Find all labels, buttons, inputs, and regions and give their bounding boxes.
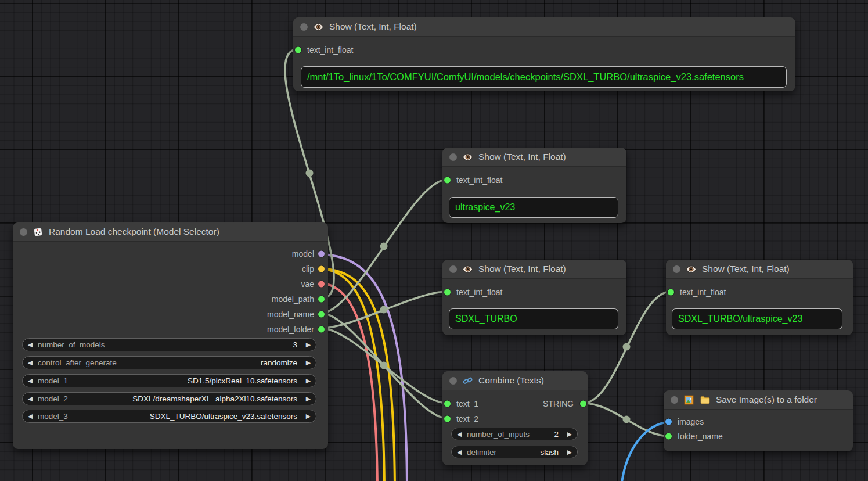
node-random-loader[interactable]: Random Load checkpoint (Model Selector) … [13,222,328,449]
widget-value[interactable]: SDXL/dreamshaperXL_alpha2Xl10.safetensor… [68,394,301,403]
slot-label: model [292,249,314,259]
increment-arrow-icon[interactable]: ▶ [301,359,316,367]
input-slot-folder-name[interactable]: folder_name [664,429,853,443]
input-slot-text-int-float[interactable]: text_int_float [293,42,795,58]
eye-icon [462,152,473,163]
input-slot-text-int-float[interactable]: text_int_float [442,173,626,188]
node-show-path[interactable]: Show (Text, Int, Float) text_int_float /… [293,17,795,91]
output-dot[interactable] [318,326,325,333]
node-show-combined[interactable]: Show (Text, Int, Float) text_int_float S… [666,260,853,335]
node-show-folder-header[interactable]: Show (Text, Int, Float) [442,260,626,279]
widget-value[interactable]: 2 [530,430,562,439]
node-random-loader-header[interactable]: Random Load checkpoint (Model Selector) [13,222,328,242]
wire-string-folder-name [583,403,671,436]
collapse-dot[interactable] [20,228,27,236]
framed-picture-icon [683,394,694,405]
increment-arrow-icon[interactable]: ▶ [301,395,316,403]
widget-label: model_3 [38,412,68,421]
output-dot[interactable] [318,251,325,257]
slot-label: vae [301,279,314,289]
output-dot[interactable] [318,266,325,272]
decrement-arrow-icon[interactable]: ◀ [23,412,38,420]
slot-label: text_int_float [293,45,353,55]
input-slot-text-2[interactable]: text_2 [442,411,588,426]
increment-arrow-icon[interactable]: ▶ [301,341,316,349]
input-dot[interactable] [444,289,451,296]
decrement-arrow-icon[interactable]: ◀ [452,448,467,456]
output-slot-clip[interactable]: clip [13,261,328,277]
widget-model-1[interactable]: ◀ model_1 SD1.5/picxReal_10.safetensors … [22,374,316,387]
node-show-combined-header[interactable]: Show (Text, Int, Float) [666,260,853,279]
widget-value[interactable]: randomize [117,358,301,367]
widget-value[interactable]: SDXL_TURBO/ultraspice_v23.safetensors [68,412,301,421]
output-dot[interactable] [580,401,586,407]
show-value-box[interactable]: SDXL_TURBO [449,308,618,329]
output-slot-model[interactable]: model [13,246,328,261]
decrement-arrow-icon[interactable]: ◀ [23,377,38,385]
node-show-name[interactable]: Show (Text, Int, Float) text_int_float u… [442,148,626,223]
increment-arrow-icon[interactable]: ▶ [301,412,316,420]
input-dot[interactable] [295,47,301,53]
collapse-dot[interactable] [300,23,308,31]
node-show-folder[interactable]: Show (Text, Int, Float) text_int_float S… [442,260,626,335]
widget-label: delimiter [467,448,496,457]
node-graph-canvas[interactable]: Show (Text, Int, Float) text_int_float /… [0,0,868,481]
input-slot-images[interactable]: images [664,415,853,429]
output-slot-vae[interactable]: vae [13,277,328,292]
output-slot-model-path[interactable]: model_path [13,292,328,307]
output-slot-model-name[interactable]: model_name [13,307,328,322]
node-title: Combine (Texts) [478,375,544,386]
output-dot[interactable] [318,296,325,303]
node-title: Show (Text, Int, Float) [329,21,417,32]
collapse-dot[interactable] [449,265,457,273]
node-combine-texts-header[interactable]: Combine (Texts) [442,371,588,390]
node-show-name-header[interactable]: Show (Text, Int, Float) [442,148,626,167]
output-dot[interactable] [318,281,325,288]
collapse-dot[interactable] [449,153,457,161]
collapse-dot[interactable] [449,377,457,385]
decrement-arrow-icon[interactable]: ◀ [452,430,467,438]
widget-number-of-models[interactable]: ◀ number_of_models 3 ▶ [22,338,316,351]
decrement-arrow-icon[interactable]: ◀ [23,395,38,403]
widget-delimiter[interactable]: ◀ delimiter slash ▶ [451,446,578,458]
input-dot[interactable] [444,401,451,407]
show-value-box[interactable]: SDXL_TURBO/ultraspice_v23 [672,308,842,329]
collapse-dot[interactable] [673,265,680,273]
node-show-path-header[interactable]: Show (Text, Int, Float) [293,17,795,37]
collapse-dot[interactable] [671,396,678,404]
widget-control-after-generate[interactable]: ◀ control_after_generate randomize ▶ [22,356,316,369]
increment-arrow-icon[interactable]: ▶ [562,430,577,438]
node-save-images-header[interactable]: Save Image(s) to a folder [664,390,853,410]
output-slot-model-folder[interactable]: model_folder [13,322,328,337]
widget-number-of-inputs[interactable]: ◀ number_of_inputs 2 ▶ [451,428,578,440]
widget-model-2[interactable]: ◀ model_2 SDXL/dreamshaperXL_alpha2Xl10.… [22,392,316,405]
input-dot[interactable] [444,416,451,422]
increment-arrow-icon[interactable]: ▶ [562,448,577,456]
input-dot[interactable] [444,177,451,184]
wire-model [321,254,407,481]
input-slot-text-1[interactable]: text_1 STRING [442,396,588,411]
input-slot-text-int-float[interactable]: text_int_float [666,285,853,300]
node-combine-texts[interactable]: Combine (Texts) text_1 STRING text_2 ◀ n… [442,371,588,465]
link-icon [462,375,473,386]
wire-vae [321,283,377,481]
node-title: Show (Text, Int, Float) [478,264,566,274]
widget-value[interactable]: SD1.5/picxReal_10.safetensors [68,376,301,385]
input-dot[interactable] [668,289,674,296]
wire-model-folder-combine [321,328,447,403]
increment-arrow-icon[interactable]: ▶ [301,377,316,385]
widget-label: control_after_generate [38,358,117,367]
show-value-box[interactable]: /mnt/1To_linux/1To/COMFYUI/ComfyUI/model… [301,66,787,88]
input-dot[interactable] [665,433,672,440]
widget-model-3[interactable]: ◀ model_3 SDXL_TURBO/ultraspice_v23.safe… [22,410,316,423]
decrement-arrow-icon[interactable]: ◀ [23,359,38,367]
decrement-arrow-icon[interactable]: ◀ [23,341,38,349]
input-dot[interactable] [665,419,672,425]
widget-value[interactable]: 3 [105,340,301,349]
input-slot-text-int-float[interactable]: text_int_float [442,285,626,300]
node-title: Random Load checkpoint (Model Selector) [49,227,219,237]
node-save-images[interactable]: Save Image(s) to a folder images folder_… [664,390,853,451]
output-dot[interactable] [318,311,325,318]
show-value-box[interactable]: ultraspice_v23 [449,197,618,218]
widget-value[interactable]: slash [496,448,562,457]
